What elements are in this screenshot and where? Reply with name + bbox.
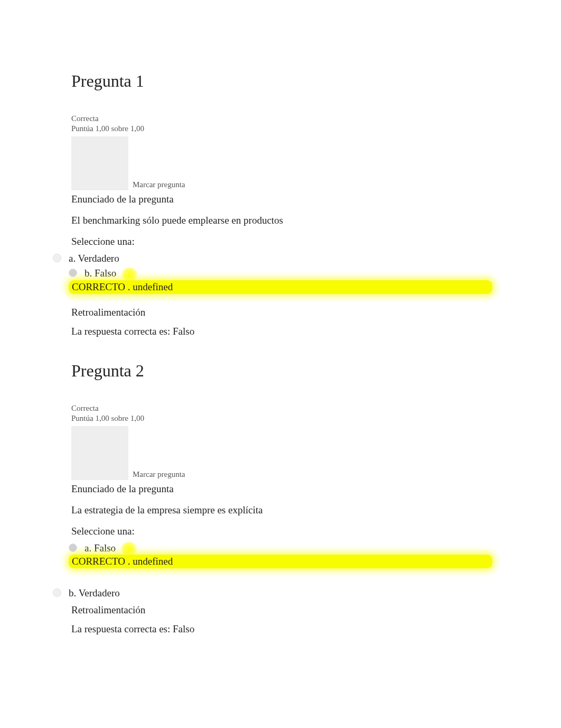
question-title: Pregunta 2 — [71, 361, 490, 381]
quiz-container: Pregunta 1 Correcta Puntúa 1,00 sobre 1,… — [0, 0, 561, 635]
statement-header: Enunciado de la pregunta — [71, 193, 490, 205]
option-label: b. Falso — [85, 268, 137, 280]
feedback-header: Retroalimentación — [71, 604, 490, 616]
question-block-1: Pregunta 1 Correcta Puntúa 1,00 sobre 1,… — [71, 71, 490, 337]
select-prompt: Seleccione una: — [71, 526, 490, 537]
question-text: La estrategia de la empresa siempre es e… — [71, 504, 490, 516]
option-label: b. Verdadero — [69, 587, 120, 599]
flag-row: Marcar pregunta — [71, 426, 490, 481]
correct-highlight: CORRECTO . undefined — [69, 555, 492, 568]
feedback-text: La respuesta correcta es: Falso — [71, 326, 490, 337]
question-title: Pregunta 1 — [71, 71, 490, 91]
flag-icon-placeholder[interactable] — [71, 426, 128, 480]
flag-label[interactable]: Marcar pregunta — [133, 470, 185, 481]
option-label: a. Verdadero — [69, 253, 119, 264]
option-b[interactable]: b. Verdadero — [53, 587, 490, 599]
flag-icon-placeholder[interactable] — [71, 136, 128, 190]
correct-check-icon — [121, 543, 136, 555]
radio-icon[interactable] — [69, 543, 77, 552]
statement-header: Enunciado de la pregunta — [71, 483, 490, 495]
option-a[interactable]: a. Falso CORRECTO . undefined — [69, 542, 490, 576]
correct-highlight: CORRECTO . undefined — [69, 280, 492, 294]
radio-icon[interactable] — [53, 588, 61, 597]
question-text: El benchmarking sólo puede emplearse en … — [71, 215, 490, 226]
status-text: Correcta — [71, 113, 490, 124]
feedback-header: Retroalimentación — [71, 307, 490, 318]
flag-row: Marcar pregunta — [71, 136, 490, 191]
option-a[interactable]: a. Verdadero — [53, 253, 490, 264]
radio-icon[interactable] — [53, 254, 61, 262]
score-text: Puntúa 1,00 sobre 1,00 — [71, 414, 490, 423]
status-text: Correcta — [71, 403, 490, 414]
question-block-2: Pregunta 2 Correcta Puntúa 1,00 sobre 1,… — [71, 361, 490, 635]
select-prompt: Seleccione una: — [71, 236, 490, 247]
option-b[interactable]: b. Falso CORRECTO . undefined — [69, 268, 490, 301]
correct-check-icon — [122, 269, 137, 280]
option-label: a. Falso — [85, 542, 136, 555]
flag-label[interactable]: Marcar pregunta — [133, 180, 185, 191]
radio-icon[interactable] — [69, 269, 77, 277]
feedback-text: La respuesta correcta es: Falso — [71, 623, 490, 635]
score-text: Puntúa 1,00 sobre 1,00 — [71, 124, 490, 133]
